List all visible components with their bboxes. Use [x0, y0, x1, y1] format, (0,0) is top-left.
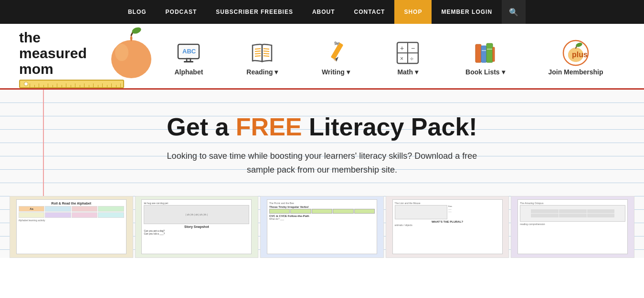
alphabet-label: Alphabet: [174, 68, 203, 76]
nav-member-login[interactable]: MEMBER LOGIN: [432, 0, 502, 24]
writing-label: Writing ▾: [322, 68, 350, 76]
booklists-label: Book Lists ▾: [465, 68, 505, 76]
worksheet-thumb-3: The Picnic and the Bee Those Tricky Irre…: [260, 196, 384, 258]
secondary-navigation: themeasuredmom: [0, 24, 644, 90]
svg-text:×: ×: [400, 55, 403, 62]
math-label: Math ▾: [397, 68, 418, 76]
logo-text[interactable]: themeasuredmom: [19, 30, 87, 77]
worksheet-thumb-2: let hug see cat dog pet | ch | th | sh |…: [135, 196, 259, 258]
logo-apple-icon: [105, 25, 158, 82]
worksheet-thumb-5: The Amazing Octopus reading comprehensio…: [511, 196, 634, 258]
svg-rect-7: [184, 61, 193, 62]
alphabet-icon: ABC: [174, 39, 203, 67]
nav-icon-join[interactable]: plus Join Membership: [544, 39, 607, 76]
logo-ruler: [19, 80, 124, 88]
nav-podcast[interactable]: PODCAST: [156, 0, 207, 24]
svg-text:ABC: ABC: [182, 48, 196, 55]
svg-rect-30: [486, 43, 493, 62]
svg-point-0: [111, 40, 151, 78]
svg-text:−: −: [411, 44, 415, 52]
reading-label: Reading ▾: [246, 68, 278, 76]
hero-subtitle: Looking to save time while boosting your…: [155, 149, 489, 177]
hero-title: Get a FREE Literacy Pack!: [167, 113, 477, 141]
nav-shop[interactable]: SHOP: [394, 0, 432, 24]
nav-icon-booklists[interactable]: Book Lists ▾: [462, 39, 508, 76]
nav-icon-alphabet[interactable]: ABC Alphabet: [170, 39, 207, 76]
nav-about[interactable]: ABOUT: [303, 0, 345, 24]
svg-line-11: [255, 56, 261, 56]
join-label: Join Membership: [548, 68, 603, 76]
worksheet-thumbnails: Roll & Read the Alphabet Aa Alphabet lea…: [10, 196, 634, 258]
svg-text:plus: plus: [572, 51, 588, 59]
math-icon: + − × ÷: [393, 39, 422, 67]
join-membership-icon: plus: [561, 39, 590, 67]
top-navigation: BLOG PODCAST SUBSCRIBER FREEBIES ABOUT C…: [0, 0, 644, 24]
worksheet-thumb-4: The Lion and the Mouse Bats______ WHAT'S…: [386, 196, 509, 258]
nav-icon-math[interactable]: + − × ÷ Math ▾: [390, 39, 426, 76]
svg-line-9: [255, 51, 261, 51]
hero-title-pre: Get a: [167, 113, 236, 141]
nav-blog[interactable]: BLOG: [118, 0, 156, 24]
nav-freebies[interactable]: SUBSCRIBER FREEBIES: [206, 0, 303, 24]
booklists-icon: [471, 39, 499, 67]
svg-line-10: [255, 53, 261, 54]
svg-line-12: [264, 49, 269, 49]
nav-icon-reading[interactable]: Reading ▾: [243, 39, 282, 76]
logo-area: themeasuredmom: [19, 30, 143, 88]
svg-line-8: [255, 49, 261, 49]
hero-section: Get a FREE Literacy Pack! Looking to sav…: [0, 90, 644, 258]
svg-line-14: [264, 53, 269, 54]
svg-point-1: [115, 44, 128, 61]
hero-title-post: Literacy Pack!: [302, 113, 477, 141]
svg-line-15: [264, 56, 269, 56]
svg-text:+: +: [400, 44, 404, 52]
svg-rect-28: [475, 44, 481, 62]
icon-navigation: ABC Alphabet: [153, 39, 625, 80]
nav-icon-writing[interactable]: Writing ▾: [317, 39, 354, 76]
hero-title-free: FREE: [236, 113, 302, 141]
writing-icon: [321, 39, 350, 67]
reading-icon: [248, 39, 276, 67]
svg-rect-29: [481, 46, 486, 62]
svg-rect-31: [493, 47, 495, 62]
svg-text:÷: ÷: [410, 55, 413, 62]
nav-contact[interactable]: CONTACT: [345, 0, 395, 24]
worksheet-thumb-1: Roll & Read the Alphabet Aa Alphabet lea…: [10, 196, 133, 258]
search-button[interactable]: 🔍: [502, 0, 526, 24]
svg-line-13: [264, 51, 269, 51]
